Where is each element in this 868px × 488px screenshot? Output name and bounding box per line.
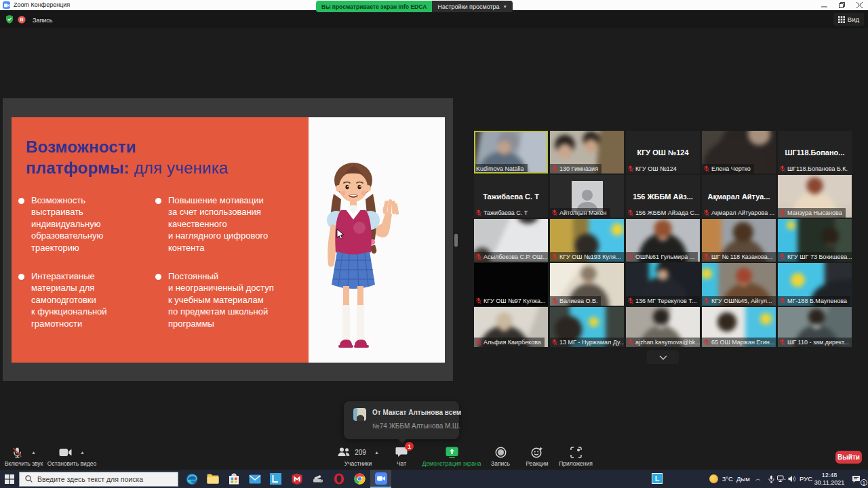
participants-chevron[interactable]: ▲ (374, 450, 379, 455)
participant-tile[interactable]: Тажибаева С. Т Тажибаева С. Т (474, 175, 548, 218)
participant-name-label: Манзура Нысанова (778, 208, 846, 218)
tray-l-app-icon[interactable]: L (652, 473, 663, 484)
participant-tile[interactable]: ШГ118.Бопано... ШГ118.Бопанова Б.К. (778, 131, 852, 174)
recording-label: Запись (33, 17, 53, 24)
microphone-muted-icon (704, 209, 709, 216)
participant-name-label: 136 МГ Терекулов Т... (626, 296, 700, 306)
video-options-chevron[interactable]: ▲ (80, 450, 85, 455)
windows-taskbar: Введите здесь текст для поиска L 3°C Дым… (0, 470, 868, 488)
microphone-muted-icon (552, 165, 557, 172)
language-indicator[interactable]: РУС (800, 470, 812, 488)
participant-tile[interactable]: Елена Чертко (702, 131, 776, 174)
participant-name-label: ajzhan.kasymova@bk.... (626, 338, 700, 347)
zoom-meeting-window: Zoom Конференция Вы просматриваете экран… (0, 0, 868, 488)
participant-tile[interactable]: ajzhan.kasymova@bk.... (626, 307, 700, 347)
apps-button[interactable]: Приложения (553, 445, 599, 467)
participant-name-label: Айтолқын Мәкен (550, 208, 610, 218)
leave-meeting-button[interactable]: Выйти (835, 451, 862, 464)
share-screen-label: Демонстрация экрана (422, 460, 481, 467)
audio-options-chevron[interactable]: ▲ (31, 450, 36, 455)
chat-button[interactable]: 1 Чат (388, 445, 415, 467)
participant-name-label: 13 МГ - Нуржамал Ду... (550, 338, 624, 347)
participant-name-label: МГ-188 Б.Мауленова (778, 296, 850, 306)
participant-name-label: Тажибаева С. Т (474, 208, 531, 218)
participant-tile[interactable]: 130 Гимназия (550, 131, 624, 174)
more-participants-button[interactable] (647, 350, 679, 364)
action-center-icon[interactable]: 1 (849, 470, 863, 488)
participant-tile[interactable]: Альфия Каирбекова (474, 307, 548, 347)
participant-tile[interactable]: КГУ ШГ 73 Бокишева... (778, 219, 852, 262)
participant-tile[interactable]: ОШ№61 Гульмира ... (626, 219, 700, 262)
view-options-dropdown[interactable]: Настройки просмотра ▼ (432, 1, 512, 12)
microphone-muted-icon (552, 209, 557, 216)
tray-microphone-icon[interactable] (768, 470, 774, 488)
participant-name-label: Елена Чертко (702, 164, 754, 174)
weather-text[interactable]: Дым (736, 470, 750, 488)
close-button[interactable] (850, 0, 868, 10)
bullet-dot (155, 198, 161, 204)
participant-tile[interactable]: Айтолқын Мәкен (550, 175, 624, 218)
stop-video-button[interactable]: ▲ Остановить видео (47, 445, 96, 467)
record-icon (495, 447, 507, 458)
participant-tile[interactable]: МГ-188 Б.Мауленова (778, 263, 852, 306)
microphone-muted-icon (780, 165, 785, 172)
unmute-button[interactable]: ▲ Включить звук (1, 445, 46, 467)
view-options-label: Настройки просмотра (437, 3, 499, 10)
participant-tile[interactable]: КГУ ОШ№45, Айгул... (702, 263, 776, 306)
participant-tile[interactable]: Kudimova Natalia (474, 131, 548, 174)
record-label: Запись (491, 460, 510, 467)
avatar-placeholder (572, 181, 603, 212)
participant-name-label: КГУ ОШ№45, Айгул... (702, 296, 776, 306)
reactions-smiley-icon (531, 447, 543, 458)
minimize-button[interactable] (815, 0, 833, 10)
participants-button[interactable]: 209 ▲ Участники (336, 445, 380, 467)
participants-label: Участники (344, 460, 372, 467)
tray-volume-icon[interactable] (788, 470, 797, 488)
participant-tile[interactable]: 65 ОШ Маржан Егин... (702, 307, 776, 347)
chat-notification-popup[interactable]: От Максат Алтынова всем №74 ЖББМ Алтынов… (344, 401, 459, 439)
participant-tile[interactable]: Манзура Нысанова (778, 175, 852, 218)
microphone-muted-icon (552, 253, 557, 260)
grid-view-icon (838, 16, 845, 23)
tray-network-icon[interactable] (777, 470, 786, 488)
microphone-muted-icon (628, 165, 633, 172)
share-screen-button[interactable]: Демонстрация экрана (414, 445, 490, 467)
screen-share-banner: Вы просматриваете экран Info EDCA Настро… (316, 1, 513, 12)
microphone-muted-icon (552, 339, 557, 346)
bullet-text: Возможность выстраивать индивидуальную о… (31, 195, 103, 253)
participant-tile[interactable]: Асылбекова С.Р. ОШ... (474, 219, 548, 262)
tray-expand-chevron[interactable]: ︿ (755, 470, 761, 488)
restore-button[interactable] (833, 0, 850, 10)
participant-tile[interactable]: Ақмарал Айтуа... Ақмарал Айтуарова ... (702, 175, 776, 218)
weather-icon[interactable] (709, 470, 718, 488)
participant-tile[interactable]: КГУ ОШ №124 КГУ ОШ №124 (626, 131, 700, 174)
bullet-dot (18, 274, 24, 280)
microphone-muted-icon (780, 209, 785, 216)
record-button[interactable]: Запись (483, 445, 518, 467)
microphone-muted-icon (476, 253, 481, 260)
weather-temp[interactable]: 3°C (722, 470, 733, 488)
unmute-label: Включить звук (5, 460, 43, 467)
tray-clock[interactable]: 12:48 30.11.2021 (812, 470, 846, 488)
reactions-button[interactable]: Реакции (518, 445, 556, 467)
participant-tile[interactable]: 13 МГ - Нуржамал Ду... (550, 307, 624, 347)
participants-count: 209 (355, 449, 366, 456)
participant-tile[interactable]: Валиева О.В. (550, 263, 624, 306)
microphone-muted-icon (476, 209, 481, 216)
reactions-label: Реакции (526, 460, 549, 467)
panel-divider-handle[interactable] (454, 234, 458, 247)
microphone-muted-icon (780, 253, 785, 260)
participant-tile[interactable]: ШГ 110 - зам.директ... (778, 307, 852, 347)
participant-tile[interactable]: КГУ ОШ №193 Куля... (550, 219, 624, 262)
participant-tile[interactable]: 136 МГ Терекулов Т... (626, 263, 700, 306)
participant-name-label: ОШ№61 Гульмира ... (626, 252, 698, 262)
recording-indicator-icon[interactable] (18, 14, 26, 26)
participant-name-label: КГУ ОШ №124 (626, 164, 680, 174)
view-button[interactable]: Вид (833, 13, 864, 26)
microphone-muted-icon (476, 298, 481, 304)
shared-screen-slide: Возможности платформы: для ученика Возмо… (3, 98, 453, 381)
participant-tile[interactable]: 156 ЖББМ Айз... 156 ЖББМ Айзада С... (626, 175, 700, 218)
participant-tile[interactable]: ШГ № 118 Казакова... (702, 219, 776, 262)
participant-name-label: ШГ 110 - зам.директ... (778, 338, 852, 347)
participant-tile[interactable]: КГУ ОШ №97 Кулжа... (474, 263, 548, 306)
